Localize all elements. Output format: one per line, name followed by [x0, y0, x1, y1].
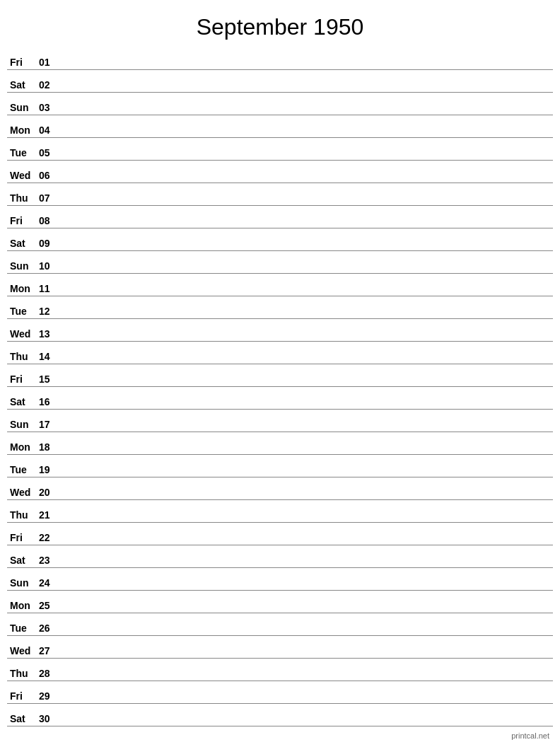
day-number: 21: [39, 509, 60, 521]
day-name: Mon: [7, 124, 39, 136]
day-name: Mon: [7, 283, 39, 294]
day-row: Tue19: [7, 455, 553, 477]
day-row: Mon25: [7, 591, 553, 613]
day-number: 16: [39, 396, 60, 407]
day-number: 07: [39, 192, 60, 204]
day-row: Tue05: [7, 138, 553, 161]
day-row: Mon11: [7, 274, 553, 296]
calendar-grid: Fri01Sat02Sun03Mon04Tue05Wed06Thu07Fri08…: [0, 47, 560, 726]
day-row: Sun17: [7, 410, 553, 432]
day-name: Fri: [7, 690, 39, 702]
day-name: Thu: [7, 509, 39, 521]
day-number: 04: [39, 124, 60, 136]
day-name: Fri: [7, 532, 39, 543]
day-number: 08: [39, 215, 60, 226]
day-row: Mon18: [7, 432, 553, 455]
day-number: 23: [39, 555, 60, 566]
day-row: Thu28: [7, 659, 553, 681]
day-row: Sat23: [7, 545, 553, 568]
day-name: Tue: [7, 147, 39, 158]
day-row: Thu07: [7, 183, 553, 206]
day-number: 05: [39, 147, 60, 158]
day-row: Sat02: [7, 70, 553, 93]
day-number: 14: [39, 351, 60, 362]
day-number: 02: [39, 79, 60, 91]
day-name: Sun: [7, 419, 39, 430]
day-name: Fri: [7, 374, 39, 385]
day-name: Sat: [7, 555, 39, 566]
day-row: Sun03: [7, 93, 553, 115]
page-title: September 1950: [0, 0, 560, 47]
day-name: Wed: [7, 645, 39, 656]
day-name: Thu: [7, 668, 39, 679]
day-number: 13: [39, 328, 60, 340]
day-row: Thu21: [7, 500, 553, 523]
day-name: Thu: [7, 351, 39, 362]
day-name: Mon: [7, 441, 39, 453]
day-name: Tue: [7, 306, 39, 317]
day-number: 27: [39, 645, 60, 656]
day-number: 17: [39, 419, 60, 430]
day-number: 24: [39, 577, 60, 589]
day-row: Fri22: [7, 523, 553, 545]
day-row: Sat30: [7, 704, 553, 726]
day-number: 18: [39, 441, 60, 453]
day-row: Wed13: [7, 319, 553, 342]
day-row: Fri29: [7, 681, 553, 704]
day-number: 30: [39, 713, 60, 724]
day-row: Mon04: [7, 115, 553, 138]
day-name: Sat: [7, 713, 39, 724]
day-row: Tue26: [7, 613, 553, 636]
day-row: Sat16: [7, 387, 553, 410]
day-number: 20: [39, 487, 60, 498]
day-name: Sun: [7, 577, 39, 589]
day-number: 22: [39, 532, 60, 543]
day-number: 19: [39, 464, 60, 475]
day-number: 28: [39, 668, 60, 679]
day-name: Sat: [7, 79, 39, 91]
day-number: 11: [39, 283, 60, 294]
day-row: Thu14: [7, 342, 553, 364]
day-row: Fri15: [7, 364, 553, 387]
day-name: Sun: [7, 260, 39, 272]
day-name: Thu: [7, 192, 39, 204]
day-name: Wed: [7, 170, 39, 181]
day-number: 10: [39, 260, 60, 272]
footer-text: printcal.net: [511, 731, 549, 740]
day-name: Sat: [7, 396, 39, 407]
day-row: Wed06: [7, 161, 553, 183]
day-number: 26: [39, 622, 60, 634]
day-row: Fri01: [7, 47, 553, 70]
day-number: 25: [39, 600, 60, 611]
day-number: 29: [39, 690, 60, 702]
day-row: Sun24: [7, 568, 553, 591]
day-name: Fri: [7, 215, 39, 226]
day-row: Sun10: [7, 251, 553, 274]
day-name: Wed: [7, 328, 39, 340]
day-row: Wed27: [7, 636, 553, 659]
day-name: Wed: [7, 487, 39, 498]
day-row: Fri08: [7, 206, 553, 228]
day-name: Fri: [7, 57, 39, 68]
day-number: 12: [39, 306, 60, 317]
day-number: 01: [39, 57, 60, 68]
day-row: Wed20: [7, 477, 553, 500]
day-number: 15: [39, 374, 60, 385]
day-name: Sun: [7, 102, 39, 113]
day-row: Tue12: [7, 296, 553, 319]
day-name: Sat: [7, 238, 39, 249]
day-number: 06: [39, 170, 60, 181]
day-name: Tue: [7, 622, 39, 634]
day-row: Sat09: [7, 228, 553, 251]
day-name: Tue: [7, 464, 39, 475]
day-name: Mon: [7, 600, 39, 611]
day-number: 09: [39, 238, 60, 249]
day-number: 03: [39, 102, 60, 113]
